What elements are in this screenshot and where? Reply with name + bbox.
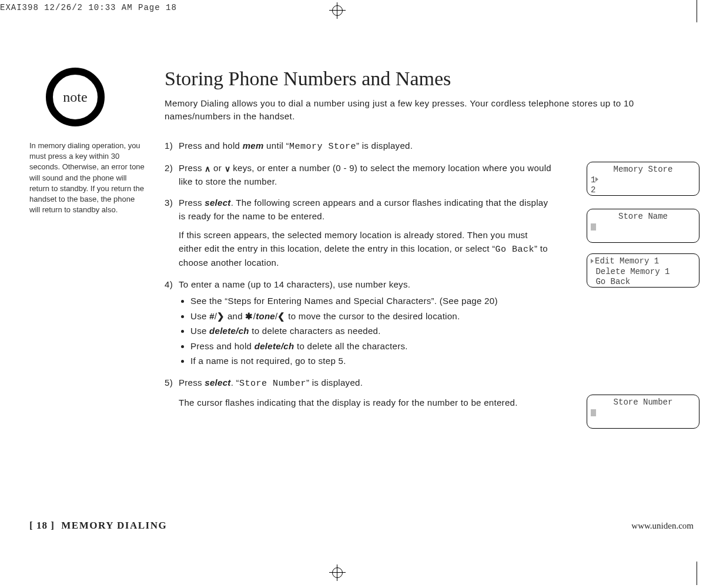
step-4-num: 4) bbox=[165, 278, 173, 292]
trim-line-bottom bbox=[697, 562, 697, 585]
page-title: Storing Phone Numbers and Names bbox=[165, 68, 694, 90]
registration-mark-bottom bbox=[329, 564, 346, 581]
footer-url: www.uniden.com bbox=[631, 521, 694, 531]
note-badge-icon: note bbox=[46, 68, 105, 126]
right-arrow-icon: ❯ bbox=[217, 311, 225, 321]
step-2: 2) Press ∧ or ∨ keys, or enter a number … bbox=[165, 162, 553, 188]
steps: 1) Press and hold mem until “Memory Stor… bbox=[165, 139, 553, 410]
step-2-body: Press ∧ or ∨ keys, or enter a number (0 … bbox=[179, 162, 553, 188]
lcd-memory-store: Memory Store 1 2 bbox=[587, 162, 699, 196]
step-5: 5) Press select. “Store Number” is displ… bbox=[165, 376, 553, 410]
up-caret-icon: ∧ bbox=[205, 163, 210, 175]
step-4: 4) To enter a name (up to 14 characters)… bbox=[165, 278, 553, 368]
page: EXAI398 12/26/2 10:33 AM Page 18 note In… bbox=[0, 0, 723, 588]
lcd-store-name: Store Name bbox=[587, 209, 699, 243]
section-title: MEMORY DIALING bbox=[61, 520, 167, 531]
trim-line-top bbox=[697, 0, 697, 22]
lcd-store-name-cursor-row bbox=[591, 222, 695, 233]
lcd-memory-store-row2: 2 bbox=[591, 185, 695, 196]
lcd-text-store-number: Store Number bbox=[239, 379, 306, 389]
cursor-icon-2 bbox=[591, 409, 596, 416]
step-4-body: To enter a name (up to 14 characters), u… bbox=[179, 278, 553, 292]
key-select-2: select bbox=[205, 377, 230, 387]
step-4-bullet-2: Use #/❯ and ✱/tone/❮ to move the cursor … bbox=[190, 310, 553, 323]
step-1-body: Press and hold mem until “Memory Store” … bbox=[179, 139, 553, 154]
cursor-icon bbox=[591, 223, 596, 230]
step-2-num: 2) bbox=[165, 162, 173, 175]
step-4-bullets: See the “Steps for Entering Names and Sp… bbox=[179, 295, 553, 368]
lcd-edit-memory-row3: Go Back bbox=[591, 277, 695, 288]
note-text: In memory dialing operation, you must pr… bbox=[29, 141, 147, 215]
step-3-body: Press select. The following screen appea… bbox=[179, 196, 553, 223]
lcd-text-go-back: Go Back bbox=[496, 245, 535, 255]
main-column: Storing Phone Numbers and Names Memory D… bbox=[165, 68, 694, 418]
cursor-arrow-icon bbox=[595, 177, 598, 182]
lcd-edit-memory: Edit Memory 1 Delete Memory 1 Go Back bbox=[587, 253, 699, 288]
lcd-store-number-title: Store Number bbox=[591, 397, 695, 408]
key-mem: mem bbox=[243, 141, 264, 151]
step-3: 3) Press select. The following screen ap… bbox=[165, 196, 553, 270]
lcd-memory-store-title: Memory Store bbox=[591, 165, 695, 175]
footer-left: [ 18 ] MEMORY DIALING bbox=[29, 520, 167, 532]
step-5-body: Press select. “Store Number” is displaye… bbox=[179, 376, 553, 391]
down-caret-icon: ∨ bbox=[225, 163, 230, 175]
step-4-bullet-3: Use delete/ch to delete characters as ne… bbox=[190, 325, 553, 338]
footer: [ 18 ] MEMORY DIALING www.uniden.com bbox=[29, 520, 694, 532]
lcd-store-name-title: Store Name bbox=[591, 212, 695, 222]
page-number: [ 18 ] bbox=[29, 520, 55, 531]
step-4-bullet-4: Press and hold delete/ch to delete all t… bbox=[190, 340, 553, 353]
step-4-bullet-1: See the “Steps for Entering Names and Sp… bbox=[190, 295, 553, 308]
step-3-num: 3) bbox=[165, 196, 173, 210]
lcd-edit-memory-row1: Edit Memory 1 bbox=[591, 256, 695, 267]
step-5-num: 5) bbox=[165, 376, 173, 390]
step-3-continuation: If this screen appears, the selected mem… bbox=[179, 229, 553, 270]
lcd-text-memory-store: Memory Store bbox=[289, 142, 356, 152]
step-5-continuation: The cursor flashes indicating that the d… bbox=[179, 396, 553, 410]
cursor-arrow-icon-2 bbox=[591, 259, 594, 263]
step-1: 1) Press and hold mem until “Memory Stor… bbox=[165, 139, 553, 154]
imposition-header: EXAI398 12/26/2 10:33 AM Page 18 bbox=[0, 3, 177, 12]
step-4-bullet-5: If a name is not required, go to step 5. bbox=[190, 355, 553, 368]
lcd-edit-memory-row2: Delete Memory 1 bbox=[591, 267, 695, 278]
registration-mark-top bbox=[329, 2, 346, 19]
key-select: select bbox=[205, 198, 230, 208]
left-arrow-icon: ❮ bbox=[277, 311, 285, 321]
note-column: note In memory dialing operation, you mu… bbox=[29, 68, 147, 215]
lcd-store-number: Store Number bbox=[587, 395, 699, 429]
lcd-store-number-cursor-row bbox=[591, 408, 695, 419]
note-badge-label: note bbox=[63, 89, 87, 105]
step-1-num: 1) bbox=[165, 139, 173, 153]
lcd-memory-store-row1: 1 bbox=[591, 175, 695, 186]
star-icon: ✱ bbox=[245, 311, 253, 321]
intro-text: Memory Dialing allows you to dial a numb… bbox=[165, 97, 647, 123]
